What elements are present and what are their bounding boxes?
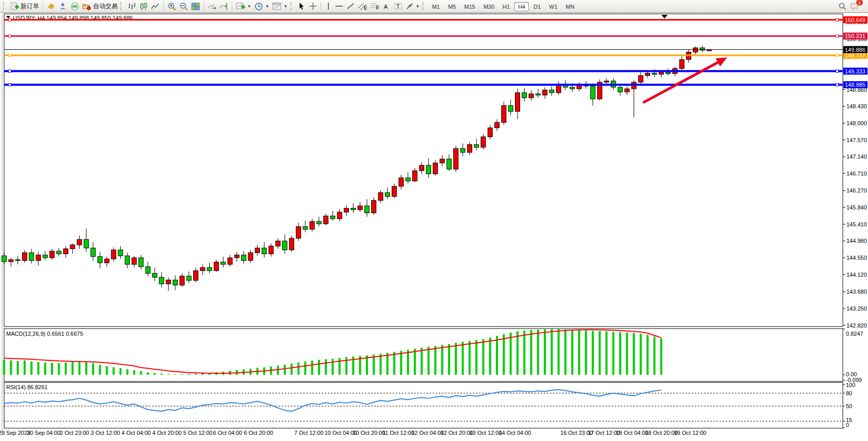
candle-body	[303, 226, 308, 229]
trendline-button[interactable]	[345, 1, 356, 11]
chart-svg[interactable]: USDJPY, H4 149.854 149.898 149.850 149.8…	[0, 13, 868, 441]
cursor-button[interactable]	[296, 1, 307, 11]
market-button[interactable]	[45, 1, 57, 12]
candle-body	[275, 241, 280, 246]
text-label-button[interactable]: T	[392, 1, 404, 11]
community-button[interactable]	[57, 1, 69, 12]
svg-text:T: T	[396, 3, 400, 9]
candle-body	[447, 159, 451, 169]
hline-handle[interactable]	[9, 35, 11, 37]
equidistant-channel-icon: E	[358, 2, 367, 10]
timeframe-h4[interactable]: H4	[514, 2, 529, 11]
timeframe-w1[interactable]: W1	[545, 2, 561, 11]
candle-body	[57, 251, 61, 254]
vertical-line-button[interactable]	[323, 1, 334, 11]
candle-body	[399, 178, 403, 186]
hline-handle[interactable]	[836, 70, 839, 72]
chevron-down-icon: ▼	[416, 4, 420, 9]
autotrading-button[interactable]: 自动交易	[81, 1, 119, 12]
timeframe-h1[interactable]: H1	[499, 2, 513, 11]
search-button[interactable]	[837, 1, 848, 12]
toolbar-grip[interactable]	[3, 2, 7, 10]
timeframe-m1[interactable]: M1	[429, 2, 444, 11]
chart-area[interactable]: USDJPY, H4 149.854 149.898 149.850 149.8…	[0, 12, 868, 441]
candle-body	[508, 106, 513, 111]
new-chart-icon	[236, 2, 245, 11]
candle-body	[433, 163, 438, 174]
crosshair-button[interactable]	[307, 1, 319, 11]
text-button[interactable]: A	[381, 1, 392, 11]
main-toolbar: 新订单 自动交易 ▼ ▼ ▼ E F A T ▼ M1M5M15M30H1H4D…	[0, 0, 868, 13]
periodicity-button[interactable]: ▼	[253, 1, 271, 12]
new-chart-button[interactable]: ▼	[234, 1, 253, 12]
candle-body	[488, 128, 492, 137]
candlestick-chart-icon	[139, 2, 148, 11]
x-axis-label: 12 Oct 20:00	[441, 430, 473, 436]
separator	[232, 2, 232, 11]
timeframe-d1[interactable]: D1	[530, 2, 544, 11]
candle-body	[242, 255, 246, 261]
line-chart-button[interactable]	[150, 1, 161, 12]
x-axis-label: 3 Oct 12:00	[91, 430, 120, 436]
candle-body	[36, 255, 41, 261]
macd-tick-label: 0.8247	[846, 331, 863, 337]
x-axis-label: 2 Oct 23:00	[60, 430, 89, 436]
candle-body	[84, 239, 88, 248]
rsi-tick-label: 0	[846, 422, 849, 428]
hline-handle[interactable]	[836, 35, 839, 37]
notifications-button[interactable]: 1	[848, 1, 861, 12]
chart-shift-button[interactable]	[218, 1, 230, 12]
timeframe-m30[interactable]: M30	[480, 2, 498, 11]
hline-handle[interactable]	[9, 18, 11, 21]
hline-handle[interactable]	[836, 18, 839, 21]
timeframe-m5[interactable]: M5	[445, 2, 459, 11]
candle-body	[104, 259, 109, 263]
signals-button[interactable]	[69, 1, 81, 12]
candle-body	[310, 221, 315, 229]
candle-body	[659, 72, 663, 74]
candle-body	[98, 257, 102, 263]
x-axis-label: 10 Oct 04:00	[325, 430, 357, 436]
tile-windows-button[interactable]	[190, 1, 201, 12]
arrows-button[interactable]: ▼	[404, 1, 421, 11]
chevron-down-icon: ▼	[284, 4, 288, 9]
hline-handle[interactable]	[9, 54, 11, 56]
x-axis-label: 19 Oct 12:00	[674, 430, 707, 436]
bar-chart-button[interactable]	[126, 1, 138, 12]
notification-badge: 1	[856, 0, 863, 6]
x-axis-label: 14 Oct 04:00	[499, 430, 531, 436]
timeframe-m15[interactable]: M15	[460, 2, 478, 11]
candle-body	[22, 253, 27, 260]
x-axis-label: 29 Sep 2022	[0, 430, 30, 436]
trendline-icon	[346, 2, 355, 10]
community-icon	[59, 2, 67, 11]
horizontal-line-button[interactable]	[334, 1, 345, 11]
toolbar-grip[interactable]	[290, 2, 294, 10]
search-icon	[838, 2, 847, 11]
y-tick-label: 148.000	[846, 120, 867, 126]
fibonacci-button[interactable]: F	[368, 1, 381, 11]
timeframe-mn[interactable]: MN	[562, 2, 578, 11]
zoom-out-button[interactable]	[178, 1, 190, 12]
hline-handle[interactable]	[9, 70, 11, 72]
toolbar-grip[interactable]	[120, 2, 124, 10]
hline-handle[interactable]	[9, 84, 11, 86]
candle-body	[604, 81, 609, 82]
auto-scroll-icon	[208, 2, 216, 11]
new-order-button[interactable]: 新订单	[9, 1, 41, 12]
hline-price-label-text: 148.985	[845, 82, 865, 88]
zoom-in-button[interactable]	[166, 1, 178, 12]
candle-body	[214, 262, 218, 271]
candlestick-chart-button[interactable]	[138, 1, 150, 12]
hline-handle[interactable]	[836, 54, 839, 56]
x-axis-label: 17 Oct 12:00	[588, 430, 620, 436]
hline-handle[interactable]	[836, 84, 839, 86]
toolbar-grip[interactable]	[422, 2, 426, 10]
x-axis-label: 10 Oct 20:00	[353, 430, 385, 436]
fibonacci-icon: F	[370, 2, 379, 10]
templates-button[interactable]: ▼	[271, 1, 289, 12]
auto-scroll-button[interactable]	[206, 1, 218, 12]
candle-body	[440, 159, 445, 163]
candle-body	[145, 267, 150, 274]
equidistant-channel-button[interactable]: E	[356, 1, 368, 11]
